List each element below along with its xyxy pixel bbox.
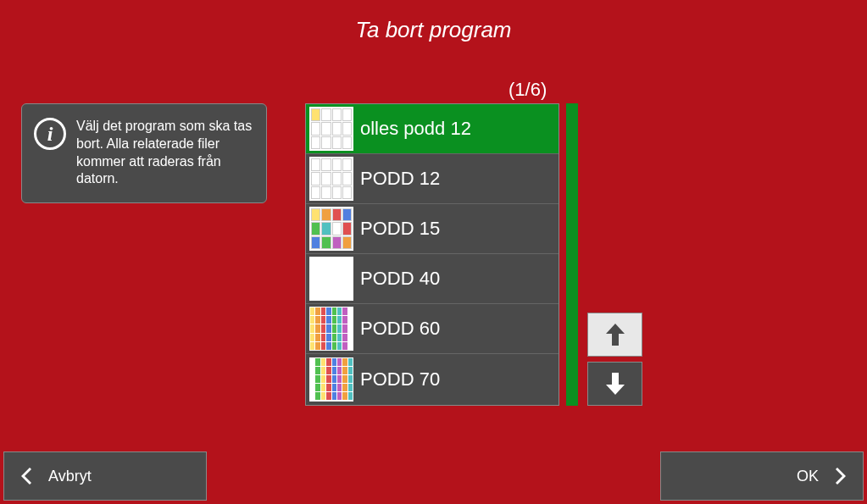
list-item-label: PODD 12 (357, 168, 440, 190)
list-item-thumbnail (309, 307, 353, 351)
list-item-label: PODD 40 (357, 268, 440, 290)
cancel-button-label: Avbryt (48, 468, 92, 485)
info-box: i Välj det program som ska tas bort. All… (21, 103, 267, 203)
scroll-down-button[interactable] (587, 362, 642, 406)
list-item[interactable]: olles podd 12 (306, 104, 559, 154)
list-item-thumbnail (309, 257, 353, 301)
list-item-thumbnail (309, 207, 353, 251)
bottom-bar: Avbryt OK (0, 449, 867, 504)
info-text: Välj det program som ska tas bort. Alla … (76, 118, 254, 188)
list-item-label: PODD 70 (357, 368, 440, 390)
list-item-label: olles podd 12 (357, 118, 471, 140)
list-item-thumbnail (309, 107, 353, 151)
list-item[interactable]: PODD 70 (306, 354, 559, 404)
arrow-up-icon (606, 324, 625, 346)
ok-button[interactable]: OK (660, 451, 864, 501)
list-item[interactable]: PODD 40 (306, 254, 559, 304)
scroll-track[interactable] (566, 103, 578, 406)
ok-button-label: OK (797, 468, 819, 485)
chevron-right-icon (836, 468, 848, 485)
page-title: Ta bort program (0, 0, 867, 43)
list-item-thumbnail (309, 357, 353, 402)
list-item[interactable]: PODD 60 (306, 304, 559, 354)
info-icon: i (34, 118, 66, 150)
arrow-down-icon (606, 373, 625, 395)
list-item-label: PODD 60 (357, 318, 440, 340)
cancel-button[interactable]: Avbryt (3, 451, 207, 501)
list-item[interactable]: PODD 15 (306, 204, 559, 254)
chevron-left-icon (19, 468, 31, 485)
scroll-up-button[interactable] (587, 313, 642, 357)
pagination-label: (1/6) (509, 79, 547, 101)
list-item-label: PODD 15 (357, 218, 440, 240)
program-list: olles podd 12PODD 12PODD 15PODD 40PODD 6… (305, 103, 559, 406)
list-item-thumbnail (309, 157, 353, 201)
list-item[interactable]: PODD 12 (306, 154, 559, 204)
